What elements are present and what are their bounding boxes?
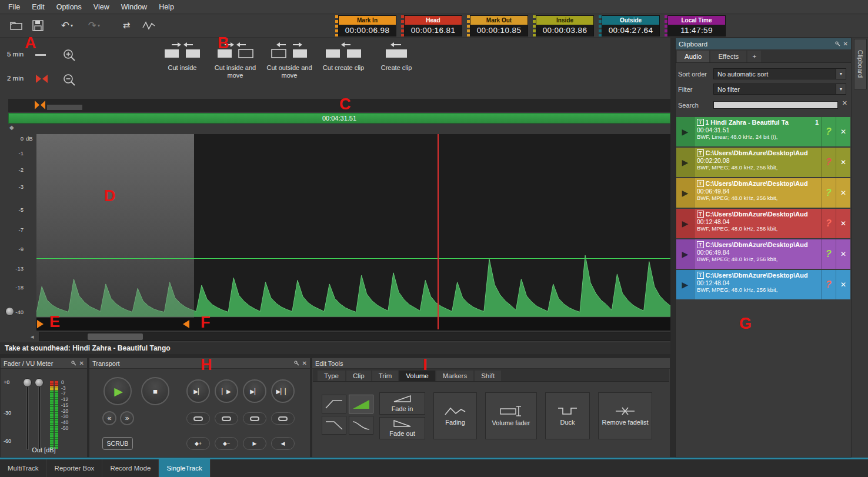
tab-effects[interactable]: Effects [710,51,746,62]
zoom-in-button[interactable] [62,48,76,64]
mark-out-triangle-icon[interactable] [183,320,189,328]
clipboard-item[interactable]: ▶ TC:\Users\DbmAzure\Desktop\Aud 00:06:4… [676,239,850,269]
remove-fadelist-button[interactable]: Remove fadelist [598,392,652,439]
clip-play-button[interactable]: ▶ [676,209,694,238]
transfer-button[interactable]: ⇄ [118,18,135,33]
clipboard-item[interactable]: ▶ TC:\Users\DbmAzure\Desktop\Aud 00:02:2… [676,148,850,177]
clip-remove-button[interactable]: ✕ [836,178,850,208]
clip-remove-button[interactable]: ✕ [836,117,850,146]
listen-icon[interactable]: ? [821,117,836,146]
prev-marker-button[interactable]: ◀ [271,437,295,450]
clip-play-button[interactable]: ▶ [676,239,694,269]
scrollbar-handle[interactable] [88,333,143,340]
clip-remove-button[interactable]: ✕ [836,148,850,177]
filter-dropdown[interactable]: No filter ▼ [713,84,846,95]
clip-play-button[interactable]: ▶ [676,117,694,146]
cut-create-clip-button[interactable]: Cut create clip [318,41,369,95]
listen-icon[interactable]: ? [821,270,836,299]
listen-icon[interactable]: ? [821,209,836,238]
fader-track-right[interactable] [38,381,41,450]
volume-fader-button[interactable]: Volume fader [485,392,537,439]
fading-button[interactable]: Fading [433,392,477,439]
pin-icon[interactable] [294,361,299,366]
cut-inside-button[interactable]: Cut inside [156,41,208,95]
search-input[interactable] [713,101,838,109]
loop-2-button[interactable] [215,412,238,425]
zoom-out-button[interactable] [62,73,76,89]
next-marker-button[interactable]: ▶ [243,437,266,450]
play-button[interactable]: ▶ [104,377,132,405]
loop-4-button[interactable] [271,412,295,425]
menu-help[interactable]: Help [153,1,180,14]
play-selection-button[interactable]: ▶▏▏ [271,379,295,403]
listen-icon[interactable]: ? [821,178,836,208]
clipboard-item[interactable]: ▶ TC:\Users\DbmAzure\Desktop\Aud 00:06:4… [676,178,850,208]
tab-singletrack[interactable]: SingleTrack [159,459,210,477]
tab-audio[interactable]: Audio [677,51,709,62]
tab-shift[interactable]: Shift [475,371,501,381]
tab-reporter-box[interactable]: Reporter Box [47,459,103,477]
menu-file[interactable]: File [2,1,26,14]
loop-1-button[interactable] [186,412,210,425]
tab-multitrack[interactable]: MultiTrack [0,459,47,477]
sort-order-dropdown[interactable]: No automatic sort ▼ [713,68,846,79]
fade-shape-linear-in-button[interactable] [322,395,346,413]
position-bar[interactable]: 00:04:31.51 [8,113,670,124]
tab-record-mode[interactable]: Record Mode [102,459,159,477]
open-button[interactable] [8,18,25,33]
clip-play-button[interactable]: ▶ [676,148,694,177]
clipboard-item[interactable]: ▶ T1Hindi Zahra - Beautiful Ta1 00:04:31… [676,117,850,146]
clip-remove-button[interactable]: ✕ [836,239,850,269]
close-icon[interactable]: ✕ [302,360,307,366]
redo-button[interactable]: ↷▾ [84,18,105,33]
create-clip-button[interactable]: Create clip [370,41,422,95]
tab-type[interactable]: Type [318,371,345,381]
undo-dropdown-caret-icon[interactable]: ▾ [71,23,73,28]
timeline-view-range[interactable] [47,105,82,110]
waveform-edit-button[interactable] [140,18,158,33]
undo-button[interactable]: ↶▾ [56,18,78,33]
volume-envelope-line[interactable] [36,258,670,259]
fade-shape-curve-button[interactable] [349,416,373,435]
fade-shape-filled-button[interactable] [349,395,373,413]
playhead-cursor[interactable] [438,134,439,329]
selection-region[interactable] [36,134,194,318]
listen-icon[interactable]: ? [821,239,836,269]
horizontal-scrollbar[interactable] [39,332,670,341]
clipboard-item[interactable]: ▶ TC:\Users\DbmAzure\Desktop\Aud 00:12:4… [676,209,850,238]
tab-clip[interactable]: Clip [346,371,371,381]
timeline-marker-button[interactable] [34,100,46,112]
add-marker-button[interactable]: ◆+ [186,437,210,450]
waveform-display[interactable] [36,134,670,318]
loop-3-button[interactable] [243,412,266,425]
menu-view[interactable]: View [88,1,115,14]
play-to-mark-button[interactable]: ▶▏ [186,379,210,403]
play-over-mark-button[interactable]: ▶▏ [243,379,266,403]
volume-knob[interactable] [5,307,14,316]
scrub-button[interactable]: SCRUB [102,437,133,450]
shuttle-back-button[interactable]: « [102,411,116,425]
close-icon[interactable]: ✕ [79,360,84,366]
scrollbar-left-arrow[interactable]: ◂ [31,333,34,341]
fader-knob-right[interactable] [35,378,44,387]
mark-strip[interactable] [36,318,670,331]
duck-button[interactable]: Duck [545,392,590,439]
fader-knob-left[interactable] [23,378,32,387]
clipboard-item[interactable]: ▶ TC:\Users\DbmAzure\Desktop\Aud 00:12:4… [676,270,850,299]
tab-trim[interactable]: Trim [372,371,399,381]
clipboard-side-tab[interactable]: Clipboard [854,39,867,89]
fade-shape-linear-out-button[interactable] [322,416,346,435]
zoom-preset-2min[interactable]: 2 min [7,75,24,82]
range-slider-icon[interactable] [35,54,46,56]
cut-outside-move-button[interactable]: Cut outside and move [263,41,315,95]
pin-icon[interactable] [835,41,840,46]
remove-marker-button[interactable]: ◆− [215,437,238,450]
save-button[interactable] [29,18,46,33]
fader-track-left[interactable] [26,381,29,450]
zoom-preset-5min[interactable]: 5 min [7,51,24,58]
range-marker-button[interactable] [35,74,48,85]
tab-markers[interactable]: Markers [436,371,474,381]
clip-play-button[interactable]: ▶ [676,270,694,299]
close-icon[interactable]: ✕ [843,41,848,47]
pin-icon[interactable] [71,361,76,366]
